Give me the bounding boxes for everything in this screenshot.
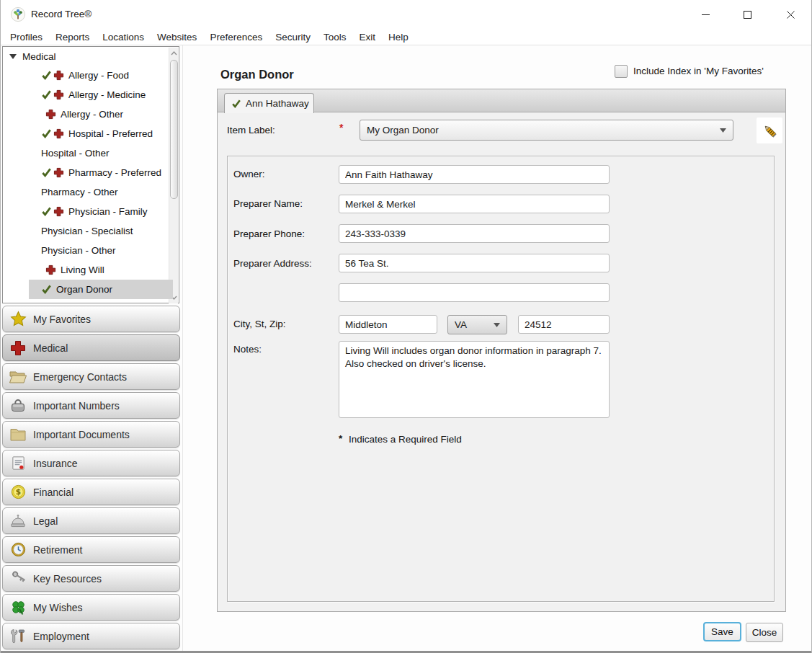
sidebar-item-label: Important Documents xyxy=(33,429,130,440)
tree-item-hospital-other[interactable]: Hospital - Other xyxy=(5,143,172,163)
key-icon xyxy=(9,569,27,588)
sidebar-item-retirement[interactable]: Retirement xyxy=(2,536,180,563)
preparer-name-field[interactable] xyxy=(339,195,610,213)
title-bar: Record Tree® xyxy=(1,0,812,29)
pencil-icon xyxy=(760,121,779,140)
menu-bar: ProfilesReportsLocationsWebsitesPreferen… xyxy=(1,29,812,45)
star-icon xyxy=(9,310,27,329)
window-title: Record Tree® xyxy=(31,0,92,29)
close-button-form[interactable]: Close xyxy=(746,623,783,642)
tree-item-pharmacy-other[interactable]: Pharmacy - Other xyxy=(5,182,172,202)
maximize-icon xyxy=(743,10,752,19)
check-icon xyxy=(41,284,52,295)
chevron-up-icon xyxy=(171,51,177,55)
tree-item-organ-donor[interactable]: Organ Donor xyxy=(29,280,173,299)
tree-item-label: Hospital - Preferred xyxy=(68,128,153,139)
save-button[interactable]: Save xyxy=(703,622,741,641)
menu-profiles[interactable]: Profiles xyxy=(4,30,49,44)
tree-root-label: Medical xyxy=(22,51,56,62)
item-label-dropdown[interactable]: My Organ Donor xyxy=(360,120,733,141)
check-icon xyxy=(41,70,52,81)
medical-cross-icon xyxy=(9,339,27,357)
bag-icon xyxy=(9,396,27,415)
sidebar-item-financial[interactable]: $Financial xyxy=(2,479,180,505)
preparer-address-field[interactable] xyxy=(339,254,610,272)
svg-text:$: $ xyxy=(15,487,20,496)
tree-item-label: Pharmacy - Preferred xyxy=(68,167,161,178)
sidebar-item-my-wishes[interactable]: My Wishes xyxy=(2,594,180,621)
minimize-button[interactable] xyxy=(689,0,722,29)
required-note-text: Indicates a Required Field xyxy=(349,434,462,445)
tab-ann-hathaway[interactable]: Ann Hathaway xyxy=(224,93,314,113)
check-icon xyxy=(231,99,241,109)
sidebar-divider xyxy=(182,45,183,653)
notes-field[interactable]: Living Will includes organ donor informa… xyxy=(339,341,610,418)
sidebar-item-employment[interactable]: Employment xyxy=(2,623,180,649)
owner-field[interactable] xyxy=(339,165,610,184)
cross-icon xyxy=(45,109,56,120)
tree-item-physician-family[interactable]: Physician - Family xyxy=(5,202,172,221)
sidebar-item-label: Emergency Contacts xyxy=(33,371,127,383)
menu-websites[interactable]: Websites xyxy=(151,30,203,44)
cross-icon xyxy=(53,167,64,178)
sidebar-item-my-favorites[interactable]: My Favorites xyxy=(2,306,180,332)
include-index-checkbox[interactable] xyxy=(615,65,628,78)
sidebar-item-label: My Wishes xyxy=(33,602,82,613)
sidebar-item-label: Key Resources xyxy=(33,573,102,585)
sidebar-item-key-resources[interactable]: Key Resources xyxy=(2,565,180,592)
tree-item-pharmacy-preferred[interactable]: Pharmacy - Preferred xyxy=(5,163,172,182)
tree-item-physician-specialist[interactable]: Physician - Specialist xyxy=(5,221,172,241)
minimize-icon xyxy=(701,10,710,19)
sidebar-item-label: Medical xyxy=(33,342,68,354)
menu-security[interactable]: Security xyxy=(269,30,317,44)
sidebar-item-label: Important Numbers xyxy=(33,400,120,412)
tree-item-hospital-preferred[interactable]: Hospital - Preferred xyxy=(5,124,172,143)
close-button[interactable] xyxy=(774,0,807,29)
menu-help[interactable]: Help xyxy=(382,30,415,44)
close-icon xyxy=(786,10,795,19)
sidebar-item-important-numbers[interactable]: Important Numbers xyxy=(2,392,180,419)
city-st-zip-label: City, St, Zip: xyxy=(233,319,286,329)
coin-icon: $ xyxy=(9,483,27,502)
menu-exit[interactable]: Exit xyxy=(352,30,382,44)
menu-locations[interactable]: Locations xyxy=(96,30,151,44)
scroll-up-button[interactable] xyxy=(169,48,179,59)
sidebar-item-insurance[interactable]: Insurance xyxy=(2,450,180,476)
tools-icon xyxy=(9,627,27,646)
menu-tools[interactable]: Tools xyxy=(317,30,353,44)
notes-label: Notes: xyxy=(233,344,262,355)
state-dropdown[interactable]: VA xyxy=(447,315,507,334)
edit-label-button[interactable] xyxy=(757,117,782,143)
tree-item-allergy-food[interactable]: Allergy - Food xyxy=(5,66,172,85)
sidebar-item-legal[interactable]: Legal xyxy=(2,507,180,534)
tree-item-label: Pharmacy - Other xyxy=(41,187,118,197)
city-field[interactable] xyxy=(339,315,437,334)
tree-item-allergy-other[interactable]: Allergy - Other xyxy=(5,105,172,124)
cross-icon xyxy=(53,70,64,81)
tree-item-label: Living Will xyxy=(61,265,104,275)
document-icon xyxy=(9,454,27,473)
menu-preferences[interactable]: Preferences xyxy=(203,30,269,44)
sidebar-item-medical[interactable]: Medical xyxy=(2,334,180,361)
tree-item-physician-other[interactable]: Physician - Other xyxy=(5,241,172,260)
tree-item-living-will[interactable]: Living Will xyxy=(5,260,172,280)
state-value: VA xyxy=(455,319,494,330)
tree-item-label: Physician - Specialist xyxy=(41,226,133,236)
tree-item-allergy-medicine[interactable]: Allergy - Medicine xyxy=(5,85,172,105)
preparer-name-label: Preparer Name: xyxy=(233,198,303,209)
tree-item-label: Hospital - Other xyxy=(41,148,110,159)
triangle-down-icon xyxy=(9,54,17,59)
zip-field[interactable] xyxy=(518,315,610,334)
tab-label: Ann Hathaway xyxy=(246,98,309,109)
tree-root-medical[interactable]: Medical xyxy=(5,47,168,66)
maximize-button[interactable] xyxy=(731,0,764,29)
item-label-value: My Organ Donor xyxy=(367,125,720,136)
check-icon xyxy=(41,89,52,100)
sidebar-item-label: Financial xyxy=(33,487,73,498)
sidebar-item-important-documents[interactable]: Important Documents xyxy=(2,421,180,448)
menu-reports[interactable]: Reports xyxy=(49,30,96,44)
preparer-phone-field[interactable] xyxy=(339,224,610,243)
app-logo-tree-icon xyxy=(10,6,26,22)
sidebar-item-emergency-contacts[interactable]: Emergency Contacts xyxy=(2,363,180,390)
preparer-address2-field[interactable] xyxy=(339,283,610,302)
